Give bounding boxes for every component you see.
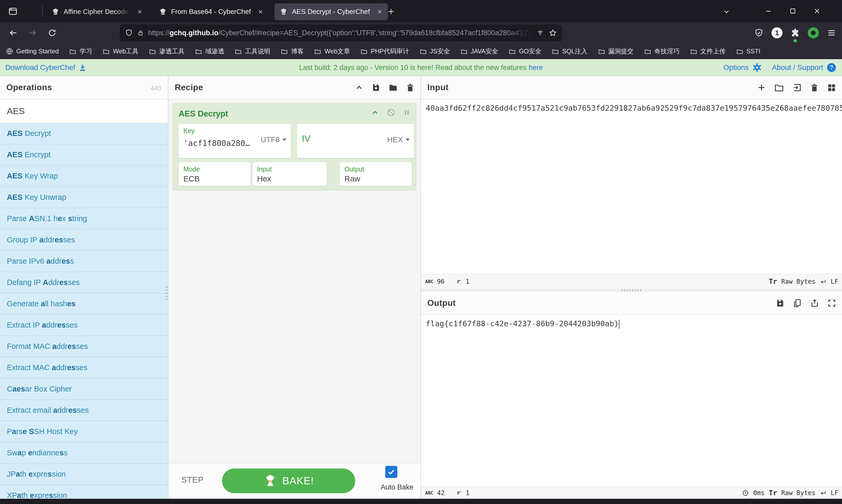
- operation-item[interactable]: Generate all hashes: [0, 293, 168, 315]
- clear-input-trash-icon[interactable]: [810, 83, 819, 92]
- tab-close-icon[interactable]: [137, 9, 143, 15]
- tab-close-icon[interactable]: [258, 9, 263, 15]
- input-textarea[interactable]: 40aa3fd62ff2c826dd4cf9517a521c9ab7653fd2…: [421, 100, 842, 274]
- menu-hamburger-icon[interactable]: [827, 28, 836, 38]
- bookmark-item[interactable]: 学习: [69, 47, 92, 55]
- extension-badge-1[interactable]: 1: [771, 28, 783, 38]
- bookmark-item[interactable]: JS安全: [420, 47, 450, 55]
- mode-value[interactable]: ECB: [183, 174, 200, 183]
- bookmark-item[interactable]: 工具说明: [235, 47, 270, 55]
- operation-item[interactable]: Extract email addresses: [0, 400, 168, 421]
- key-field[interactable]: Key 'acf1f800a280… UTF8: [179, 124, 291, 158]
- tab-list-chevron-button[interactable]: [720, 6, 733, 17]
- bookmark-item[interactable]: 漏洞提交: [598, 47, 634, 55]
- operation-item[interactable]: Parse ASN.1 hex string: [0, 208, 168, 230]
- back-icon[interactable]: [7, 27, 19, 39]
- clear-recipe-trash-icon[interactable]: [406, 83, 415, 92]
- forward-icon[interactable]: [26, 27, 39, 39]
- url-bar[interactable]: https://gchq.github.io/CyberChef/#recipe…: [120, 24, 562, 41]
- browser-tab[interactable]: From Base64 - CyberChef: [154, 3, 269, 20]
- new-tab-button[interactable]: [385, 5, 397, 18]
- load-recipe-folder-icon[interactable]: [388, 83, 398, 92]
- operation-item[interactable]: AES Key Wrap: [0, 166, 168, 187]
- breakpoint-pause-icon[interactable]: [403, 109, 411, 116]
- operation-item[interactable]: Extract MAC addresses: [0, 357, 168, 379]
- window-maximize-button[interactable]: [785, 3, 801, 19]
- iv-type-dropdown[interactable]: HEX: [387, 136, 410, 144]
- bookmark-item[interactable]: PHP代码审计: [361, 47, 409, 55]
- window-minimize-button[interactable]: [760, 3, 777, 19]
- reader-view-icon[interactable]: [536, 29, 544, 37]
- input-encoding-selector[interactable]: Raw Bytes: [781, 278, 815, 285]
- browser-tab[interactable]: Affine Cipher Decode - Cyber: [46, 3, 148, 20]
- about-support-button[interactable]: About / Support ?: [772, 62, 837, 73]
- output-encoding-selector[interactable]: Raw Bytes: [781, 489, 815, 497]
- panel-splitter-grip[interactable]: [165, 287, 168, 300]
- output-eol-selector[interactable]: LF: [831, 489, 838, 497]
- replace-input-with-output-icon[interactable]: [810, 299, 819, 308]
- bookmark-item[interactable]: 博客: [281, 47, 304, 55]
- operation-item[interactable]: Parse SSH Host Key: [0, 421, 168, 443]
- disable-operation-icon[interactable]: [387, 108, 396, 117]
- browser-tab[interactable]: AES Decrypt - CyberChef: [275, 3, 388, 20]
- bookmark-item[interactable]: SSTI: [736, 48, 760, 55]
- build-notice-link[interactable]: here: [529, 64, 543, 72]
- input-type-value[interactable]: Hex: [257, 174, 271, 183]
- operation-item[interactable]: Group IP addresses: [0, 230, 168, 251]
- input-type-field[interactable]: Input Hex: [252, 162, 327, 186]
- operation-search-input[interactable]: [0, 100, 168, 123]
- extensions-puzzle-icon[interactable]: [790, 28, 800, 38]
- bookmark-item[interactable]: 文件上传: [690, 47, 726, 55]
- operation-item[interactable]: AES Encrypt: [0, 144, 168, 166]
- bake-button[interactable]: BAKE!: [222, 468, 355, 493]
- bookmark-item[interactable]: Web工具: [103, 47, 138, 55]
- tab-close-icon[interactable]: [377, 9, 383, 15]
- output-type-field[interactable]: Output Raw: [340, 162, 412, 186]
- bookmark-item[interactable]: GO安全: [509, 47, 541, 55]
- operation-item[interactable]: AES Decrypt: [0, 123, 168, 144]
- bookmark-item[interactable]: SQL注入: [552, 47, 587, 55]
- lock-icon[interactable]: [137, 30, 144, 36]
- bookmark-item[interactable]: Getting Started: [6, 48, 59, 55]
- operation-item[interactable]: Format MAC addresses: [0, 336, 168, 357]
- bookmark-star-icon[interactable]: [549, 29, 557, 37]
- output-type-value[interactable]: Raw: [345, 174, 360, 183]
- bookmark-item[interactable]: 域渗透: [195, 47, 224, 55]
- copy-output-icon[interactable]: [792, 299, 802, 308]
- output-area[interactable]: flag{c1f67f88-c42e-4237-86b9-2044203b90a…: [421, 315, 842, 486]
- operation-item[interactable]: Defang IP Addresses: [0, 272, 168, 293]
- bookmark-item[interactable]: 奇技淫巧: [644, 47, 680, 55]
- auto-bake-checkbox[interactable]: [385, 466, 397, 478]
- operation-item[interactable]: Caesar Box Cipher: [0, 379, 168, 400]
- operation-item[interactable]: AES Key Unwrap: [0, 187, 168, 208]
- save-output-icon[interactable]: [776, 299, 785, 308]
- recipe-operation-aes-decrypt[interactable]: AES Decrypt Key 'acf1f800a280… UTF8 IV H…: [173, 103, 416, 190]
- operation-item[interactable]: Extract IP addresses: [0, 315, 168, 336]
- input-tab-layout-icon[interactable]: [827, 83, 836, 92]
- shield-check-extension-icon[interactable]: [754, 28, 764, 38]
- open-file-input-icon[interactable]: [792, 83, 802, 92]
- bookmark-item[interactable]: Web文章: [314, 47, 350, 55]
- reload-icon[interactable]: [46, 27, 58, 39]
- account-avatar-icon[interactable]: [808, 28, 819, 38]
- operation-item[interactable]: JPath expression: [0, 464, 168, 485]
- input-eol-selector[interactable]: LF: [831, 278, 838, 285]
- open-folder-icon[interactable]: [774, 83, 784, 92]
- key-type-dropdown[interactable]: UTF8: [261, 136, 287, 144]
- bookmark-item[interactable]: 渗透工具: [149, 47, 185, 55]
- download-cyberchef-link[interactable]: Download CyberChef: [5, 59, 87, 76]
- step-button[interactable]: STEP: [181, 475, 204, 485]
- bookmark-item[interactable]: JAVA安全: [460, 47, 498, 55]
- firefox-view-icon[interactable]: [7, 5, 19, 17]
- mode-field[interactable]: Mode ECB: [179, 162, 251, 186]
- collapse-operation-icon[interactable]: [371, 108, 379, 117]
- iv-field[interactable]: IV HEX: [297, 124, 414, 158]
- maximize-output-icon[interactable]: [827, 299, 836, 308]
- operation-item[interactable]: Parse IPv6 address: [0, 251, 168, 272]
- io-splitter[interactable]: [421, 289, 842, 292]
- operation-item[interactable]: Swap endianness: [0, 443, 168, 464]
- save-recipe-icon[interactable]: [371, 83, 381, 92]
- collapse-recipe-icon[interactable]: [355, 83, 364, 92]
- add-input-icon[interactable]: [757, 83, 766, 92]
- window-close-button[interactable]: [809, 3, 825, 19]
